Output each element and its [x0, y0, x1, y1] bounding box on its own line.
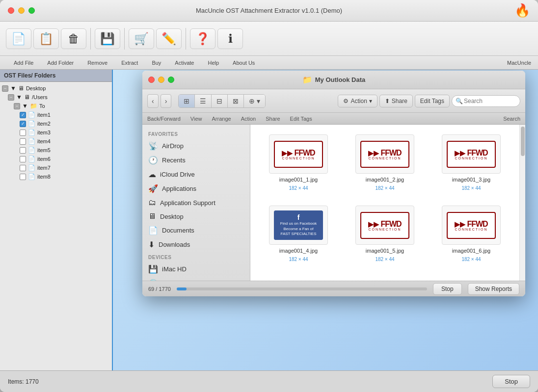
tree-item-3[interactable]: 📄 item3 [0, 128, 112, 137]
finder-action-button[interactable]: ⚙ Action ▾ [338, 95, 377, 107]
tree-item-7[interactable]: 📄 item7 [0, 163, 112, 172]
tree-label-4: item4 [37, 138, 51, 144]
scrollbar-thumb[interactable] [521, 127, 525, 156]
tree-checkbox-2[interactable]: ✓ [20, 121, 26, 127]
extract-button[interactable]: 💾 [95, 28, 120, 49]
finder-share-button[interactable]: ⬆ Share [379, 95, 413, 107]
buy-label[interactable]: Buy [145, 60, 168, 66]
tree-checkbox-desktop[interactable]: − [2, 85, 8, 92]
about-label[interactable]: About Us [226, 60, 262, 66]
finder-view-column[interactable]: ⊟ [212, 95, 228, 107]
finder-view-arrange-dropdown[interactable]: ⊕ ▾ [244, 95, 265, 107]
finder-title: 📁 My Outlook Data [302, 75, 366, 84]
tree-item-6[interactable]: 📄 item6 [0, 155, 112, 163]
finder-title-bar: 📁 My Outlook Data [142, 71, 525, 89]
tree-item-to[interactable]: − ▼ 📁 To [0, 102, 112, 110]
toolbar-separator-2 [124, 28, 125, 50]
show-reports-button[interactable]: Show Reports [468, 283, 519, 295]
tree-item-desktop[interactable]: − ▼ 🖥 Desktop [0, 84, 112, 93]
file-icon-7: 📄 [28, 164, 35, 171]
about-button[interactable]: ℹ [217, 28, 243, 49]
finder-back-button[interactable]: ‹ [147, 94, 159, 108]
tree-checkbox-3[interactable] [20, 130, 26, 136]
finder-scrollbar[interactable] [519, 125, 525, 281]
sidebar-item-remote-disc[interactable]: 💿 Remote Disc [142, 276, 250, 281]
sidebar-item-icloud[interactable]: ☁ iCloud Drive [142, 167, 250, 182]
remove-button[interactable]: 🗑 [61, 28, 86, 49]
tree-item-1[interactable]: ✓ 📄 item1 [0, 110, 112, 119]
add-file-button[interactable]: 📄 [6, 28, 31, 49]
finder-files-grid: ▶▶ FFWD CONNECTION image001_1.jpg 182 × … [250, 125, 519, 281]
tree-item-4[interactable]: 📄 item4 [0, 137, 112, 146]
tree-item-users[interactable]: − ▼ 🖥 /Users [0, 93, 112, 102]
file-item-6[interactable]: ▶▶ FFWD CONNECTION image001_6.jpg 182 × … [433, 206, 510, 262]
sidebar-item-documents[interactable]: 📄 Documents [142, 223, 250, 237]
tree-item-2[interactable]: ✓ 📄 item2 [0, 119, 112, 128]
tree-checkbox-8[interactable] [20, 174, 26, 180]
tree-label-2: item2 [37, 121, 51, 127]
finder-view-gallery[interactable]: ⊠ [228, 95, 244, 107]
sidebar-item-airdrop[interactable]: 📡 AirDrop [142, 139, 250, 153]
finder-minimize-button[interactable] [158, 77, 164, 83]
sidebar-item-imac-hd[interactable]: 💾 iMac HD [142, 262, 250, 276]
buy-button[interactable]: 🛒 [129, 28, 154, 49]
minimize-button[interactable] [18, 7, 25, 14]
tree-item-8[interactable]: 📄 item8 [0, 172, 112, 181]
extract-label[interactable]: Extract [114, 60, 145, 66]
documents-icon: 📄 [148, 226, 158, 235]
sidebar-item-downloads[interactable]: ⬇ Downloads [142, 237, 250, 252]
activate-label[interactable]: Activate [168, 60, 201, 66]
action-chevron: ▾ [369, 98, 372, 105]
close-button[interactable] [8, 7, 14, 14]
tree-item-5[interactable]: 📄 item5 [0, 146, 112, 155]
finder-forward-button[interactable]: › [161, 94, 172, 108]
finder-maximize-button[interactable] [168, 77, 174, 83]
app-logo: 🔥 [514, 3, 530, 18]
file-thumbnail-5: ▶▶ FFWD CONNECTION [355, 206, 414, 245]
file-item-3[interactable]: ▶▶ FFWD CONNECTION image001_3.jpg 182 × … [433, 134, 510, 191]
finder-view-list[interactable]: ☰ [195, 95, 212, 107]
tree-checkbox-4[interactable] [20, 138, 26, 145]
help-label[interactable]: Help [201, 60, 226, 66]
status-stop-button[interactable]: Stop [492, 375, 530, 388]
finder-title-text: My Outlook Data [315, 76, 366, 83]
sidebar-label-icloud: iCloud Drive [160, 171, 195, 178]
main-window: MacUncle OST Attachment Extractor v1.0.1… [0, 0, 538, 392]
maximize-button[interactable] [28, 7, 35, 14]
file-item-5[interactable]: ▶▶ FFWD CONNECTION image001_5.jpg 182 × … [347, 206, 423, 262]
finder-edit-tags-button[interactable]: Edit Tags [415, 95, 450, 107]
file-name-2: image001_2.jpg [366, 177, 404, 183]
finder-action-label: Action [350, 98, 367, 105]
add-folder-icon: 📋 [39, 32, 54, 46]
finder-close-button[interactable] [148, 77, 155, 83]
finder-view-icon[interactable]: ⊞ [179, 95, 195, 107]
sidebar-item-recents[interactable]: 🕐 Recents [142, 153, 250, 167]
extract-icon: 💾 [100, 32, 115, 46]
tree-checkbox-users[interactable]: − [8, 94, 14, 101]
tree-label-8: item8 [37, 174, 51, 180]
file-item-2[interactable]: ▶▶ FFWD CONNECTION image001_2.jpg 182 × … [347, 134, 423, 191]
sidebar-item-application-support[interactable]: 🗂 Application Support [142, 196, 250, 209]
add-folder-label[interactable]: Add Folder [40, 60, 81, 66]
sidebar-item-desktop[interactable]: 🖥 Desktop [142, 209, 250, 223]
sidebar-item-applications[interactable]: 🚀 Applications [142, 182, 250, 196]
finder-label-bar: Back/Forward View Arrange Action Share E… [142, 113, 525, 125]
tree-checkbox-1[interactable]: ✓ [20, 112, 26, 118]
remove-label[interactable]: Remove [81, 60, 114, 66]
activate-button[interactable]: ✏️ [156, 28, 182, 49]
right-panel: 📁 My Outlook Data ‹ › ⊞ ☰ ⊟ ⊠ ⊕ [113, 70, 538, 370]
add-folder-button[interactable]: 📋 [33, 28, 59, 49]
finder-stop-button[interactable]: Stop [433, 283, 462, 295]
tree-checkbox-7[interactable] [20, 165, 26, 171]
file-item-4[interactable]: f Find us on FacebookBecome a Fan ofFAST… [260, 206, 337, 262]
file-size-4: 182 × 44 [289, 257, 308, 262]
tree-checkbox-5[interactable] [20, 147, 26, 154]
file-icon-6: 📄 [28, 156, 35, 162]
help-button[interactable]: ❓ [190, 28, 215, 49]
file-size-6: 182 × 44 [461, 257, 481, 262]
file-item-1[interactable]: ▶▶ FFWD CONNECTION image001_1.jpg 182 × … [260, 134, 337, 191]
brand-label: MacUncle [507, 60, 531, 66]
add-file-label[interactable]: Add File [7, 60, 40, 66]
tree-checkbox-to[interactable]: − [14, 103, 20, 109]
tree-checkbox-6[interactable] [20, 156, 26, 162]
